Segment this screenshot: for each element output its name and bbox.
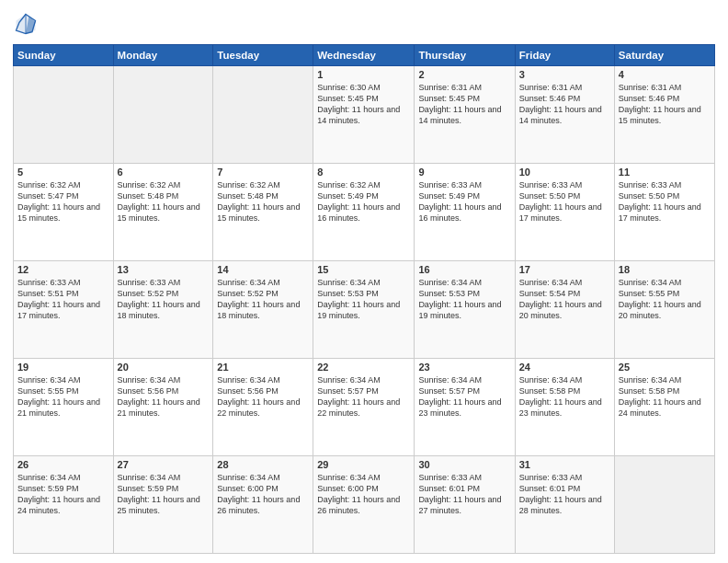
weekday-header: Thursday [415, 45, 515, 66]
day-info: Sunrise: 6:31 AM Sunset: 5:46 PM Dayligh… [619, 82, 711, 127]
calendar-cell: 13Sunrise: 6:33 AM Sunset: 5:52 PM Dayli… [113, 261, 213, 359]
day-info: Sunrise: 6:34 AM Sunset: 5:55 PM Dayligh… [619, 277, 711, 322]
day-number: 22 [317, 362, 410, 373]
day-number: 9 [418, 167, 510, 178]
day-info: Sunrise: 6:34 AM Sunset: 5:58 PM Dayligh… [619, 374, 711, 419]
day-info: Sunrise: 6:34 AM Sunset: 5:59 PM Dayligh… [118, 472, 210, 517]
day-info: Sunrise: 6:34 AM Sunset: 5:57 PM Dayligh… [418, 374, 510, 419]
day-info: Sunrise: 6:32 AM Sunset: 5:48 PM Dayligh… [118, 179, 210, 224]
day-number: 5 [17, 167, 109, 178]
day-number: 30 [418, 459, 510, 470]
calendar-cell: 1Sunrise: 6:30 AM Sunset: 5:45 PM Daylig… [313, 66, 415, 164]
logo-icon [13, 11, 39, 37]
day-number: 2 [418, 69, 510, 80]
weekday-header: Friday [515, 45, 614, 66]
day-info: Sunrise: 6:33 AM Sunset: 6:01 PM Dayligh… [519, 472, 610, 517]
calendar-cell [213, 66, 313, 164]
calendar-cell: 15Sunrise: 6:34 AM Sunset: 5:53 PM Dayli… [313, 261, 415, 359]
day-info: Sunrise: 6:34 AM Sunset: 5:57 PM Dayligh… [317, 374, 410, 419]
day-info: Sunrise: 6:34 AM Sunset: 5:55 PM Dayligh… [17, 374, 109, 419]
calendar-header: SundayMondayTuesdayWednesdayThursdayFrid… [14, 45, 715, 66]
day-number: 15 [317, 264, 410, 275]
calendar-cell: 30Sunrise: 6:33 AM Sunset: 6:01 PM Dayli… [415, 456, 515, 554]
day-info: Sunrise: 6:34 AM Sunset: 5:56 PM Dayligh… [118, 374, 210, 419]
calendar-cell: 7Sunrise: 6:32 AM Sunset: 5:48 PM Daylig… [213, 164, 313, 261]
calendar-cell: 4Sunrise: 6:31 AM Sunset: 5:46 PM Daylig… [614, 66, 714, 164]
day-info: Sunrise: 6:33 AM Sunset: 5:52 PM Dayligh… [118, 277, 210, 322]
day-info: Sunrise: 6:30 AM Sunset: 5:45 PM Dayligh… [317, 82, 410, 127]
day-number: 20 [118, 362, 210, 373]
day-info: Sunrise: 6:34 AM Sunset: 5:56 PM Dayligh… [217, 374, 309, 419]
calendar-cell: 28Sunrise: 6:34 AM Sunset: 6:00 PM Dayli… [213, 456, 313, 554]
day-info: Sunrise: 6:34 AM Sunset: 5:58 PM Dayligh… [519, 374, 610, 419]
day-number: 10 [519, 167, 610, 178]
calendar-cell: 18Sunrise: 6:34 AM Sunset: 5:55 PM Dayli… [614, 261, 714, 359]
calendar-cell: 10Sunrise: 6:33 AM Sunset: 5:50 PM Dayli… [515, 164, 614, 261]
day-info: Sunrise: 6:33 AM Sunset: 5:50 PM Dayligh… [619, 179, 711, 224]
day-number: 21 [217, 362, 309, 373]
day-info: Sunrise: 6:33 AM Sunset: 5:51 PM Dayligh… [17, 277, 109, 322]
day-number: 7 [217, 167, 309, 178]
calendar-cell: 11Sunrise: 6:33 AM Sunset: 5:50 PM Dayli… [614, 164, 714, 261]
calendar-cell: 23Sunrise: 6:34 AM Sunset: 5:57 PM Dayli… [415, 359, 515, 456]
calendar-cell [14, 66, 114, 164]
day-info: Sunrise: 6:32 AM Sunset: 5:47 PM Dayligh… [17, 179, 109, 224]
calendar-cell: 2Sunrise: 6:31 AM Sunset: 5:45 PM Daylig… [415, 66, 515, 164]
day-number: 31 [519, 459, 610, 470]
weekday-header: Sunday [14, 45, 114, 66]
day-info: Sunrise: 6:33 AM Sunset: 6:01 PM Dayligh… [418, 472, 510, 517]
page: SundayMondayTuesdayWednesdayThursdayFrid… [0, 0, 728, 563]
calendar-cell: 25Sunrise: 6:34 AM Sunset: 5:58 PM Dayli… [614, 359, 714, 456]
day-number: 16 [418, 264, 510, 275]
calendar-cell: 6Sunrise: 6:32 AM Sunset: 5:48 PM Daylig… [113, 164, 213, 261]
day-info: Sunrise: 6:34 AM Sunset: 6:00 PM Dayligh… [317, 472, 410, 517]
day-number: 25 [619, 362, 711, 373]
day-info: Sunrise: 6:34 AM Sunset: 5:53 PM Dayligh… [317, 277, 410, 322]
day-info: Sunrise: 6:34 AM Sunset: 5:52 PM Dayligh… [217, 277, 309, 322]
day-number: 8 [317, 167, 410, 178]
day-number: 29 [317, 459, 410, 470]
calendar-cell: 20Sunrise: 6:34 AM Sunset: 5:56 PM Dayli… [113, 359, 213, 456]
logo [13, 11, 42, 37]
day-info: Sunrise: 6:34 AM Sunset: 5:59 PM Dayligh… [17, 472, 109, 517]
calendar-cell: 31Sunrise: 6:33 AM Sunset: 6:01 PM Dayli… [515, 456, 614, 554]
calendar-cell [614, 456, 714, 554]
calendar-cell: 19Sunrise: 6:34 AM Sunset: 5:55 PM Dayli… [14, 359, 114, 456]
calendar-cell: 5Sunrise: 6:32 AM Sunset: 5:47 PM Daylig… [14, 164, 114, 261]
calendar-cell: 3Sunrise: 6:31 AM Sunset: 5:46 PM Daylig… [515, 66, 614, 164]
day-number: 6 [118, 167, 210, 178]
day-info: Sunrise: 6:34 AM Sunset: 5:54 PM Dayligh… [519, 277, 610, 322]
day-number: 18 [619, 264, 711, 275]
day-number: 27 [118, 459, 210, 470]
day-info: Sunrise: 6:31 AM Sunset: 5:45 PM Dayligh… [418, 82, 510, 127]
header [13, 11, 715, 37]
day-number: 13 [118, 264, 210, 275]
calendar-cell: 12Sunrise: 6:33 AM Sunset: 5:51 PM Dayli… [14, 261, 114, 359]
calendar-cell: 17Sunrise: 6:34 AM Sunset: 5:54 PM Dayli… [515, 261, 614, 359]
day-info: Sunrise: 6:34 AM Sunset: 5:53 PM Dayligh… [418, 277, 510, 322]
calendar-cell: 9Sunrise: 6:33 AM Sunset: 5:49 PM Daylig… [415, 164, 515, 261]
day-number: 4 [619, 69, 711, 80]
calendar-week-row: 26Sunrise: 6:34 AM Sunset: 5:59 PM Dayli… [14, 456, 715, 554]
weekday-header: Monday [113, 45, 213, 66]
calendar-cell [113, 66, 213, 164]
calendar-week-row: 1Sunrise: 6:30 AM Sunset: 5:45 PM Daylig… [14, 66, 715, 164]
day-number: 26 [17, 459, 109, 470]
day-number: 23 [418, 362, 510, 373]
day-info: Sunrise: 6:34 AM Sunset: 6:00 PM Dayligh… [217, 472, 309, 517]
calendar-body: 1Sunrise: 6:30 AM Sunset: 5:45 PM Daylig… [14, 66, 715, 554]
calendar-week-row: 12Sunrise: 6:33 AM Sunset: 5:51 PM Dayli… [14, 261, 715, 359]
weekday-header: Saturday [614, 45, 714, 66]
calendar-cell: 16Sunrise: 6:34 AM Sunset: 5:53 PM Dayli… [415, 261, 515, 359]
day-number: 28 [217, 459, 309, 470]
day-number: 3 [519, 69, 610, 80]
calendar-table: SundayMondayTuesdayWednesdayThursdayFrid… [13, 44, 715, 554]
calendar-cell: 8Sunrise: 6:32 AM Sunset: 5:49 PM Daylig… [313, 164, 415, 261]
calendar-cell: 24Sunrise: 6:34 AM Sunset: 5:58 PM Dayli… [515, 359, 614, 456]
day-info: Sunrise: 6:33 AM Sunset: 5:50 PM Dayligh… [519, 179, 610, 224]
day-number: 14 [217, 264, 309, 275]
calendar-cell: 21Sunrise: 6:34 AM Sunset: 5:56 PM Dayli… [213, 359, 313, 456]
day-info: Sunrise: 6:33 AM Sunset: 5:49 PM Dayligh… [418, 179, 510, 224]
day-info: Sunrise: 6:32 AM Sunset: 5:49 PM Dayligh… [317, 179, 410, 224]
day-number: 24 [519, 362, 610, 373]
